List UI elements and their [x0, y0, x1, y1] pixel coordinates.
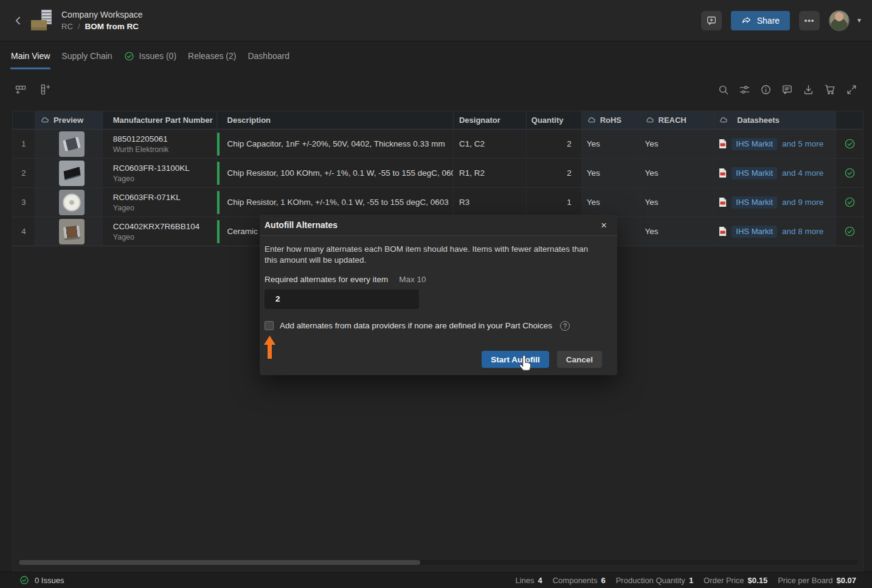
stat-production-quantity: Production Quantity 1 [616, 576, 693, 585]
description-cell: Chip Resistor, 100 KOhm, +/- 1%, 0.1 W, … [217, 159, 454, 187]
datasheet-source-chip[interactable]: IHS Markit [732, 138, 777, 150]
column-header-reach[interactable]: REACH [640, 111, 715, 129]
row-number: 2 [13, 159, 35, 187]
dialog-header: Autofill Alternates × [260, 215, 617, 236]
cancel-button[interactable]: Cancel [557, 351, 602, 368]
description-value: Chip Resistor, 1 KOhm, +/-1%, 0.1 W, -55… [227, 198, 449, 207]
alternates-count-input[interactable] [265, 289, 419, 309]
cloud-icon [719, 116, 728, 125]
breadcrumb: RC / BOM from RC [61, 22, 143, 31]
start-autofill-button[interactable]: Start Autofill [482, 351, 549, 368]
info-icon[interactable] [760, 83, 772, 95]
add-comment-button[interactable] [701, 11, 722, 30]
tab-issues-label: Issues (0) [139, 51, 176, 61]
help-icon[interactable]: ? [560, 321, 570, 331]
close-icon[interactable]: × [597, 218, 611, 232]
datasheet-more-link[interactable]: and 5 more [782, 139, 823, 148]
manufacturer-value: Yageo [113, 204, 181, 212]
stat-label: Order Price [704, 576, 744, 585]
add-line-icon[interactable] [15, 83, 27, 95]
add-alternates-checkbox[interactable] [265, 321, 274, 330]
table-row[interactable]: 1 885012205061 Wurth Elektronik Chip Cap… [13, 130, 863, 159]
stat-lines: Lines 4 [515, 576, 542, 585]
scrollbar-thumb[interactable] [19, 560, 420, 565]
row-number: 1 [13, 130, 35, 158]
add-alternates-checkbox-label: Add alternates from data providers if no… [280, 321, 552, 330]
tab-dashboard[interactable]: Dashboard [247, 41, 290, 71]
reach-cell: Yes [640, 130, 715, 158]
table-toolbar [0, 75, 872, 103]
column-header-preview[interactable]: Preview [35, 111, 103, 129]
description-cell: Chip Capacitor, 1nF +/-20%, 50V, 0402, T… [217, 130, 454, 158]
preview-thumbnail[interactable] [59, 131, 85, 157]
status-cell [836, 130, 863, 158]
designator-cell: R3 [454, 188, 527, 216]
quantity-cell: 2 [527, 130, 582, 158]
tab-supply-chain[interactable]: Supply Chain [61, 41, 112, 71]
comment-icon[interactable] [781, 83, 793, 95]
pdf-icon [719, 168, 727, 178]
horizontal-scrollbar[interactable] [18, 560, 858, 565]
mpn-value: RC0603FR-071KL [113, 193, 181, 202]
column-header-status [836, 111, 863, 129]
preview-thumbnail[interactable] [59, 190, 85, 215]
datasheet-source-chip[interactable]: IHS Markit [732, 167, 777, 179]
back-button[interactable] [10, 10, 27, 31]
share-button[interactable]: Share [731, 11, 790, 30]
mpn-value: 885012205061 [113, 134, 168, 144]
tab-main-view[interactable]: Main View [10, 41, 50, 71]
column-header-datasheets[interactable]: Datasheets [715, 111, 836, 129]
expand-icon[interactable] [846, 83, 857, 95]
stat-order-price: Order Price $0.15 [704, 576, 767, 585]
table-row[interactable]: 3 RC0603FR-071KL Yageo Chip Resistor, 1 … [13, 188, 863, 217]
preview-thumbnail[interactable] [59, 161, 85, 186]
description-value: Chip Capacitor, 1nF +/-20%, 50V, 0402, T… [227, 139, 445, 148]
datasheets-cell: IHS Markit and 5 more [715, 130, 836, 158]
column-header-quantity[interactable]: Quantity [527, 111, 582, 129]
tab-releases-label: Releases (2) [188, 51, 236, 61]
datasheet-more-link[interactable]: and 8 more [782, 227, 823, 236]
reach-cell: Yes [640, 188, 715, 216]
breadcrumb-project[interactable]: RC [61, 22, 73, 31]
more-options-button[interactable]: ••• [799, 11, 820, 30]
table-row[interactable]: 2 RC0603FR-13100KL Yageo Chip Resistor, … [13, 159, 863, 188]
mpn-cell: RC0603FR-071KL Yageo [103, 188, 217, 216]
chevron-down-icon[interactable]: ▼ [856, 17, 862, 24]
share-button-label: Share [757, 16, 780, 26]
dialog-body: Enter how many alternates each BOM item … [260, 236, 617, 331]
dialog-description: Enter how many alternates each BOM item … [265, 244, 596, 266]
datasheet-more-link[interactable]: and 9 more [782, 198, 823, 207]
column-header-rohs[interactable]: RoHS [582, 111, 640, 129]
filter-icon[interactable] [739, 83, 750, 95]
datasheet-source-chip[interactable]: IHS Markit [732, 196, 777, 209]
input-label-row: Required alternates for every item Max 1… [265, 275, 612, 284]
dialog-actions: Start Autofill Cancel [482, 351, 602, 368]
column-header-label: RoHS [600, 116, 621, 125]
mpn-cell: CC0402KRX7R6BB104 Yageo [103, 217, 217, 246]
rohs-cell: Yes [582, 130, 640, 158]
datasheet-more-link[interactable]: and 4 more [782, 168, 823, 178]
datasheet-source-chip[interactable]: IHS Markit [732, 226, 777, 238]
column-header-mpn[interactable]: Manufacturer Part Number [103, 111, 217, 129]
folder-icon [31, 20, 47, 30]
add-column-icon[interactable] [38, 83, 50, 95]
project-icon [30, 9, 54, 32]
avatar[interactable] [829, 10, 850, 31]
alternates-input-label: Required alternates for every item [265, 275, 388, 284]
download-icon[interactable] [803, 83, 814, 95]
stat-value: $0.07 [836, 576, 856, 585]
cart-icon[interactable] [824, 83, 836, 95]
check-circle-icon [844, 167, 856, 179]
column-header-description[interactable]: Description [217, 111, 454, 129]
cloud-icon [645, 116, 654, 125]
preview-thumbnail[interactable] [59, 219, 85, 244]
tab-issues[interactable]: Issues (0) [123, 41, 177, 71]
column-header-label: Quantity [531, 116, 564, 125]
autofill-alternates-dialog: Autofill Alternates × Enter how many alt… [260, 215, 617, 375]
column-header-designator[interactable]: Designator [454, 111, 527, 129]
workspace-title: Company Workspace [61, 10, 143, 19]
issues-summary[interactable]: 0 Issues [19, 575, 64, 585]
stat-label: Price per Board [778, 576, 832, 585]
tab-releases[interactable]: Releases (2) [187, 41, 237, 71]
search-icon[interactable] [718, 83, 729, 95]
